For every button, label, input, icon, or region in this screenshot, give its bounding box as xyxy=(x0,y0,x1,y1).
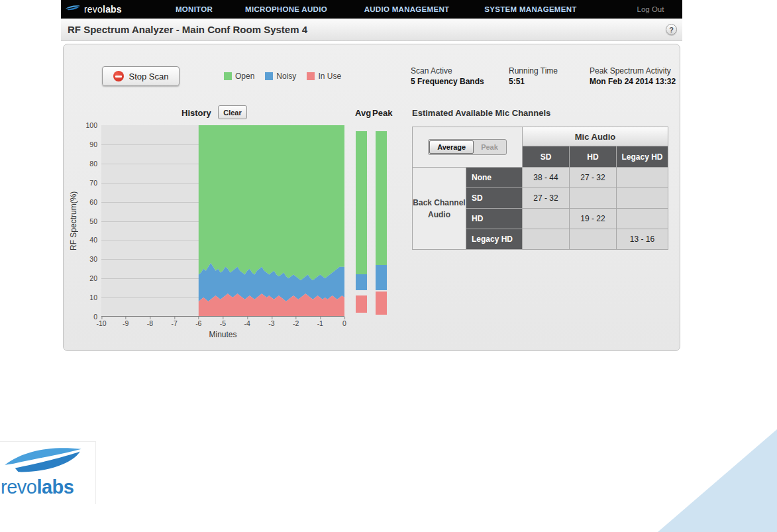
x-axis-ticks: -10-9-8-7-6-5-4-3-2-10 xyxy=(101,319,344,327)
avg-bar-segment-open xyxy=(356,131,367,275)
nav-item-microphone-audio[interactable]: MICROPHONE AUDIO xyxy=(245,5,327,13)
app-frame: revolabs MONITOR MICROPHONE AUDIO AUDIO … xyxy=(61,0,682,351)
scan-status: Scan Active 5 Frequency Bands xyxy=(411,66,484,86)
y-tick-label: 60 xyxy=(89,198,97,206)
cell-legacy-hd xyxy=(570,229,616,249)
peak-bar xyxy=(376,125,387,317)
mic-channels-title: Estimated Available Mic Channels xyxy=(412,108,550,118)
mic-audio-header: Mic Audio xyxy=(523,127,668,146)
col-header-legacy-hd: Legacy HD xyxy=(617,146,668,167)
y-tick-label: 100 xyxy=(85,121,97,129)
open-swatch-icon xyxy=(224,72,232,80)
x-tick-label: -3 xyxy=(268,319,274,327)
row-header-sd: SD xyxy=(466,188,522,208)
scan-status-value: 5 Frequency Bands xyxy=(411,77,484,86)
x-axis-label: Minutes xyxy=(101,330,344,339)
cell-sd-sd: 27 - 32 xyxy=(523,188,569,208)
col-header-hd: HD xyxy=(570,146,616,167)
revolabs-swoosh-icon xyxy=(0,445,90,480)
nav-item-audio-management[interactable]: AUDIO MANAGEMENT xyxy=(364,5,450,13)
x-tick-label: -8 xyxy=(147,319,153,327)
y-tick-label: 90 xyxy=(89,140,97,148)
row-header-legacy-hd: Legacy HD xyxy=(466,229,522,249)
cell-none-sd: 38 - 44 xyxy=(523,168,569,187)
nav-brand[interactable]: revolabs xyxy=(65,3,122,16)
stop-icon xyxy=(113,71,124,81)
x-tick-label: -4 xyxy=(244,319,250,327)
cell-legacy-legacy: 13 - 16 xyxy=(617,229,668,249)
history-title: History xyxy=(181,108,211,118)
x-tick-label: -2 xyxy=(293,319,299,327)
stop-scan-button[interactable]: Stop Scan xyxy=(102,66,180,86)
cell-sd-hd xyxy=(570,188,616,208)
y-tick-label: 20 xyxy=(89,274,97,282)
logout-link[interactable]: Log Out xyxy=(637,5,664,13)
peak-bar-segment-noisy xyxy=(376,265,387,290)
page-title: RF Spectrum Analyzer - Main Conf Room Sy… xyxy=(61,24,307,35)
history-chart xyxy=(101,125,344,317)
nav-item-monitor[interactable]: MONITOR xyxy=(176,5,213,13)
peak-activity: Peak Spectrum Activity Mon Feb 24 2014 1… xyxy=(590,66,676,86)
corner-decoration xyxy=(658,429,777,532)
cell-hd-sd xyxy=(523,209,569,229)
avg-peak-toggle: Average Peak xyxy=(428,139,507,155)
x-tick-label: 0 xyxy=(342,319,346,327)
cell-legacy-sd xyxy=(523,229,569,249)
nav-item-system-management[interactable]: SYSTEM MANAGEMENT xyxy=(484,5,576,13)
peak-activity-value: Mon Feb 24 2014 13:32 xyxy=(590,77,676,86)
noisy-swatch-icon xyxy=(265,72,273,80)
legend-item-noisy: Noisy xyxy=(265,72,296,81)
avg-bar-segment-noisy xyxy=(356,274,367,290)
cell-sd-legacy xyxy=(617,188,668,208)
toggle-peak-button[interactable]: Peak xyxy=(474,141,505,153)
nav-brand-text: revolabs xyxy=(84,4,122,15)
y-axis-label: RF Spectrum(%) xyxy=(69,125,78,317)
x-tick-label: -1 xyxy=(317,319,323,327)
back-channel-audio-header: Back Channel Audio xyxy=(413,168,466,249)
y-tick-label: 70 xyxy=(89,179,97,187)
history-chart-svg xyxy=(101,125,344,317)
cell-none-legacy xyxy=(617,168,668,187)
x-tick-label: -9 xyxy=(123,319,129,327)
running-time-value: 5:51 xyxy=(509,77,558,86)
mic-channels-table: Average Peak Mic Audio SD HD Legacy HD B… xyxy=(412,127,668,250)
clear-history-button[interactable]: Clear xyxy=(218,105,247,119)
inuse-swatch-icon xyxy=(307,72,315,80)
x-tick-label: -10 xyxy=(96,319,106,327)
avg-bar xyxy=(356,125,367,317)
legend-item-open: Open xyxy=(224,72,254,81)
help-button[interactable]: ? xyxy=(666,24,677,35)
peak-bar-segment-open xyxy=(376,131,387,265)
avg-bar-label: Avg xyxy=(355,108,371,118)
analyzer-panel: Stop Scan Open Noisy In Use Scan Active … xyxy=(63,44,680,351)
revolabs-swoosh-icon xyxy=(65,3,81,16)
peak-bar-segment-in-use xyxy=(376,292,387,315)
chart-legend: Open Noisy In Use xyxy=(224,72,341,81)
y-tick-label: 30 xyxy=(89,255,97,263)
y-tick-label: 80 xyxy=(89,160,97,168)
x-tick-label: -6 xyxy=(195,319,201,327)
x-tick-label: -7 xyxy=(171,319,177,327)
peak-activity-label: Peak Spectrum Activity xyxy=(590,66,676,76)
avg-peak-toggle-cell: Average Peak xyxy=(413,127,522,167)
row-header-hd: HD xyxy=(466,209,522,229)
legend-inuse-label: In Use xyxy=(318,72,341,81)
cell-hd-hd: 19 - 22 xyxy=(570,209,616,229)
page-title-bar: RF Spectrum Analyzer - Main Conf Room Sy… xyxy=(61,19,682,41)
row-header-none: None xyxy=(466,168,522,187)
footer-brand-text: revolabs xyxy=(1,476,74,498)
legend-item-inuse: In Use xyxy=(307,72,341,81)
legend-open-label: Open xyxy=(235,72,254,81)
cell-none-hd: 27 - 32 xyxy=(570,168,616,187)
y-axis-ticks: 0102030405060708090100 xyxy=(79,125,99,317)
legend-noisy-label: Noisy xyxy=(276,72,296,81)
top-nav: revolabs MONITOR MICROPHONE AUDIO AUDIO … xyxy=(61,0,682,19)
toggle-average-button[interactable]: Average xyxy=(429,140,474,154)
stop-scan-label: Stop Scan xyxy=(129,72,169,81)
scan-status-label: Scan Active xyxy=(411,66,484,76)
avg-bar-segment-in-use xyxy=(356,295,367,313)
y-tick-label: 50 xyxy=(89,217,97,225)
y-tick-label: 10 xyxy=(89,293,97,301)
brand-logo-footer: revolabs xyxy=(0,441,96,504)
x-tick-label: -5 xyxy=(220,319,226,327)
